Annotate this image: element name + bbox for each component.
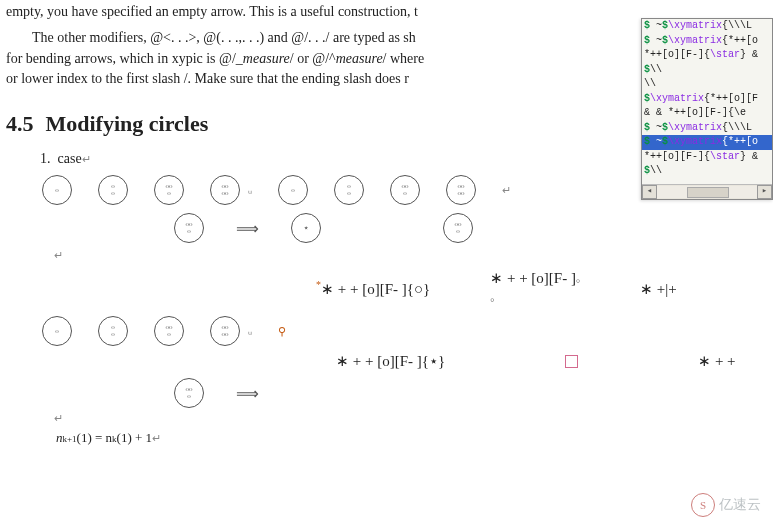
circle-glyph: ooo <box>174 213 204 243</box>
circle-row-3: oo ooo ooooᵤ ⚲ <box>42 316 767 346</box>
code-line: $\\ <box>642 164 772 179</box>
return-icon: ↵ <box>54 412 63 424</box>
circle-glyph: oooo <box>446 175 476 205</box>
watermark-badge-icon: S <box>691 493 715 517</box>
scroll-track[interactable] <box>657 186 757 198</box>
code-line: $ ~$\xymatrix{\\\L <box>642 19 772 34</box>
code-line: & & *++[o][F-]{\e <box>642 106 772 121</box>
scroll-left-icon[interactable]: ◂ <box>642 185 657 199</box>
return-icon: ↵ <box>502 184 511 197</box>
circle-glyph: oooo <box>210 316 240 346</box>
double-arrow-icon: ⟹ <box>236 384 259 403</box>
circle-row-2: ooo ⟹ ⋆ ooo <box>174 213 767 243</box>
circle-glyph <box>42 175 72 205</box>
code-line: \\ <box>642 77 772 92</box>
circle-glyph: ooo <box>174 378 204 408</box>
circle-glyph: oo <box>98 175 128 205</box>
return-icon: ↵ <box>82 153 91 165</box>
code-line: $\xymatrix{*++[o][F <box>642 92 772 107</box>
circle-glyph: ooo <box>154 175 184 205</box>
section-title: Modifying circles <box>46 111 209 136</box>
panel-horizontal-scrollbar[interactable]: ◂ ▸ <box>642 184 772 199</box>
code-line: *++[o][F-]{\star} & <box>642 150 772 165</box>
return-icon: ↵ <box>152 432 161 444</box>
circle-glyph <box>278 175 308 205</box>
math-line-1: nk+1(1) = nk(1) + 1↵ <box>56 430 767 446</box>
watermark-label: 亿速云 <box>719 496 761 514</box>
circle-glyph: oo <box>98 316 128 346</box>
scroll-right-icon[interactable]: ▸ <box>757 185 772 199</box>
return-icon: ↵ <box>54 249 63 261</box>
circle-row-4: ooo ⟹ <box>174 378 767 408</box>
code-line: $ ~$\xymatrix{*++[o <box>642 34 772 49</box>
formula-row-1: *∗ + + [o][F- ]{○} ∗ + + [o][F- ]°° ∗ +|… <box>316 269 767 308</box>
pink-square-icon <box>565 355 578 368</box>
code-line: *++[o][F-]{\star} & <box>642 48 772 63</box>
double-arrow-icon: ⟹ <box>236 219 259 238</box>
circle-glyph <box>42 316 72 346</box>
formula-row-2: ∗ + + [o][F- ]{⋆} ∗ + + <box>336 352 767 370</box>
circle-glyph: ooo <box>154 316 184 346</box>
code-line: $\\ <box>642 63 772 78</box>
circle-glyph: oo <box>334 175 364 205</box>
section-number: 4.5 <box>6 111 34 136</box>
circle-glyph: ⋆ <box>291 213 321 243</box>
circle-glyph: oooo <box>210 175 240 205</box>
circle-glyph: ooo <box>390 175 420 205</box>
scroll-thumb[interactable] <box>687 187 729 198</box>
watermark-logo: S 亿速云 <box>691 493 761 517</box>
code-line: $ ~$\xymatrix{*++[o <box>642 135 772 150</box>
circle-glyph: ooo <box>443 213 473 243</box>
orange-mark-icon: ⚲ <box>278 325 286 338</box>
code-line: $ ~$\xymatrix{\\\L <box>642 121 772 136</box>
code-preview-panel: $ ~$\xymatrix{\\\L$ ~$\xymatrix{*++[o*++… <box>641 18 773 200</box>
